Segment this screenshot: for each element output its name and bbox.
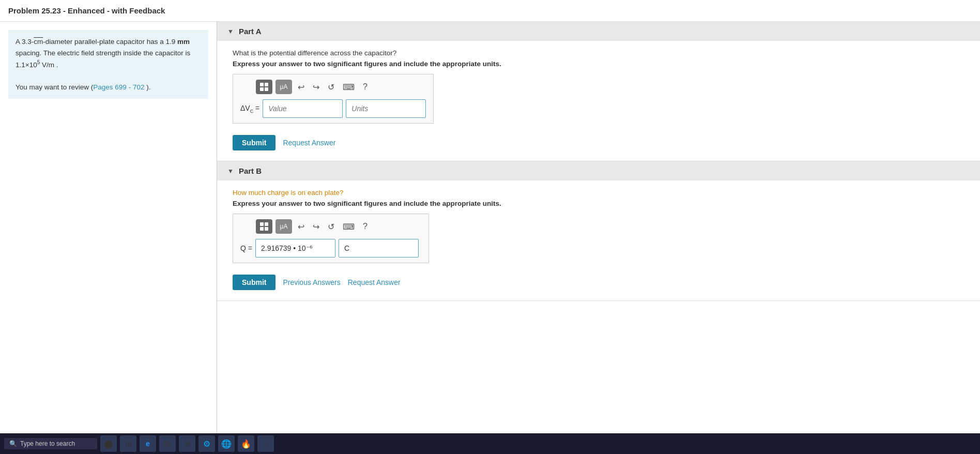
keyboard-button-b[interactable]: ⌨ — [340, 221, 357, 233]
part-a-header: ▼ Part A — [217, 22, 980, 41]
part-b-collapse-icon[interactable]: ▼ — [227, 168, 234, 175]
part-a-instructions: Express your answer to two significant f… — [233, 60, 964, 68]
keyboard-button-a[interactable]: ⌨ — [340, 81, 357, 93]
part-a-input-label: ΔVC = — [240, 104, 259, 114]
part-b-value-input[interactable] — [255, 239, 335, 258]
help-button-b[interactable]: ? — [360, 221, 370, 232]
redo-button-a[interactable]: ↪ — [310, 81, 322, 93]
part-a-question: What is the potential difference across … — [233, 49, 964, 57]
part-a-input-row: ΔVC = — [240, 99, 426, 118]
part-b-toolbar: μA ↩ ↪ ↺ ⌨ ? — [240, 219, 421, 234]
part-a-body: What is the potential difference across … — [217, 41, 980, 161]
part-a-toolbar: μA ↩ ↪ ↺ ⌨ ? — [240, 80, 426, 94]
problem-text: A 3.3-cm-diameter parallel-plate capacit… — [16, 36, 201, 70]
help-button-a[interactable]: ? — [360, 81, 370, 93]
mu-button-b[interactable]: μA — [275, 219, 292, 234]
review-link[interactable]: Pages 699 - 702 — [93, 83, 144, 91]
part-b-question: How much charge is on each plate? — [233, 189, 964, 196]
mu-button-a[interactable]: μA — [275, 80, 292, 94]
part-a-answer-box: μA ↩ ↪ ↺ ⌨ ? ΔVC = — [233, 74, 434, 124]
content-area: ▼ Part A What is the potential differenc… — [217, 22, 980, 434]
part-a-submit-button[interactable]: Submit — [233, 135, 275, 150]
part-a-value-input[interactable] — [263, 99, 343, 118]
part-b-input-row: Q = — [240, 239, 421, 258]
part-b-units-input[interactable] — [339, 239, 419, 258]
undo-button-a[interactable]: ↩ — [295, 81, 307, 93]
page-title: Problem 25.23 - Enhanced - with Feedback — [0, 0, 980, 22]
taskbar: 🔍 Type here to search ⬤ ⊞ e 🛍 ✉ ⚙ 🌐 🔥 ♨ — [0, 433, 980, 434]
part-a-collapse-icon[interactable]: ▼ — [227, 28, 234, 35]
review-text: You may want to review (Pages 699 - 702 … — [16, 82, 201, 93]
problem-box: A 3.3-cm-diameter parallel-plate capacit… — [8, 30, 208, 99]
part-a-units-input[interactable] — [346, 99, 426, 118]
reset-button-b[interactable]: ↺ — [325, 221, 337, 233]
part-b-input-label: Q = — [240, 244, 252, 252]
part-b-answer-box: μA ↩ ↪ ↺ ⌨ ? Q = — [233, 214, 429, 263]
reset-button-a[interactable]: ↺ — [325, 81, 337, 93]
part-a-section: ▼ Part A What is the potential differenc… — [217, 22, 980, 161]
part-a-action-row: Submit Request Answer — [233, 135, 964, 150]
redo-button-b[interactable]: ↪ — [310, 221, 322, 233]
part-b-body: How much charge is on each plate? Expres… — [217, 180, 980, 300]
part-b-request-answer-link[interactable]: Request Answer — [348, 278, 401, 286]
sidebar: A 3.3-cm-diameter parallel-plate capacit… — [0, 22, 217, 434]
grid-button-b[interactable] — [256, 219, 272, 234]
part-b-header: ▼ Part B — [217, 161, 980, 180]
part-b-label: Part B — [239, 167, 262, 175]
part-b-action-row: Submit Previous Answers Request Answer — [233, 275, 964, 290]
part-b-instructions: Express your answer to two significant f… — [233, 200, 964, 207]
part-b-submit-button[interactable]: Submit — [233, 275, 275, 290]
undo-button-b[interactable]: ↩ — [295, 221, 307, 233]
part-a-request-answer-link[interactable]: Request Answer — [283, 139, 335, 147]
part-b-previous-answers-link[interactable]: Previous Answers — [283, 278, 340, 286]
part-b-section: ▼ Part B How much charge is on each plat… — [217, 161, 980, 301]
part-a-label: Part A — [239, 27, 262, 36]
grid-button-a[interactable] — [256, 80, 272, 94]
